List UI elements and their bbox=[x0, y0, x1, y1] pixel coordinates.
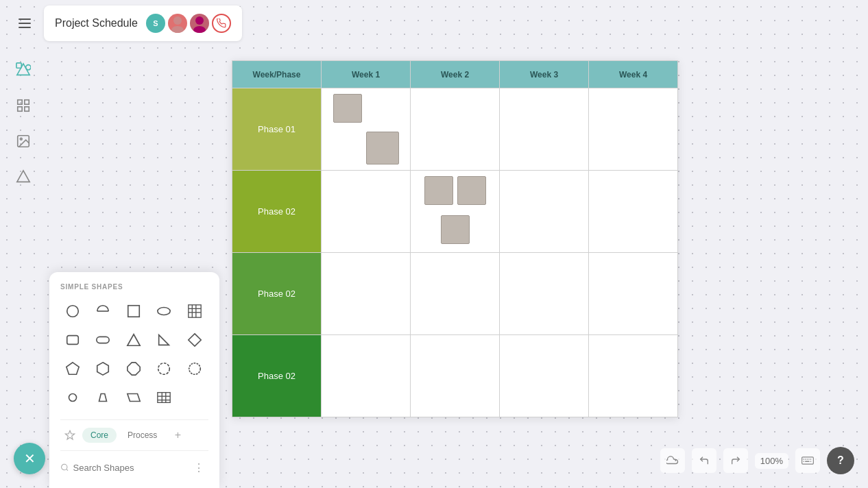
cell-02c-w1 bbox=[322, 335, 411, 417]
schedule-table: Week/Phase Week 1 Week 2 Week 3 Week 4 P… bbox=[232, 60, 678, 417]
shape-rect[interactable] bbox=[366, 132, 399, 164]
svg-marker-43 bbox=[65, 430, 74, 439]
shape-rect[interactable] bbox=[441, 215, 470, 244]
shape-pill[interactable] bbox=[91, 328, 115, 352]
svg-marker-27 bbox=[128, 334, 140, 346]
sidebar bbox=[0, 47, 47, 488]
shape-hexagon[interactable] bbox=[91, 356, 115, 381]
col-header-phase: Week/Phase bbox=[232, 61, 322, 88]
shape-ellipse[interactable] bbox=[152, 299, 176, 324]
svg-rect-13 bbox=[25, 107, 29, 111]
svg-point-33 bbox=[158, 363, 170, 375]
cell-02c-w2 bbox=[411, 335, 500, 417]
tab-process[interactable]: Process bbox=[119, 428, 165, 443]
shape-parallelogram[interactable] bbox=[121, 385, 146, 410]
cell-01-w2 bbox=[411, 88, 500, 171]
table-row: Phase 02 bbox=[232, 253, 678, 335]
shape-right-triangle[interactable] bbox=[152, 328, 176, 352]
shape-octagon[interactable] bbox=[121, 356, 146, 381]
shape-rounded-rect[interactable] bbox=[60, 328, 85, 352]
cell-02a-w2 bbox=[411, 171, 500, 253]
panel-section-title: SIMPLE SHAPES bbox=[60, 283, 208, 291]
phase-label-02c: Phase 02 bbox=[232, 335, 322, 417]
shape-pentagon[interactable] bbox=[60, 356, 85, 381]
sidebar-draw-icon[interactable] bbox=[8, 162, 38, 192]
cell-02c-w3 bbox=[500, 335, 589, 417]
svg-line-45 bbox=[67, 469, 68, 470]
table-row: Phase 02 bbox=[232, 171, 678, 253]
shape-rect[interactable] bbox=[424, 176, 453, 205]
svg-marker-36 bbox=[99, 394, 107, 402]
cell-02b-w2 bbox=[411, 253, 500, 335]
svg-rect-38 bbox=[158, 393, 170, 403]
svg-point-3 bbox=[173, 16, 182, 25]
svg-point-5 bbox=[195, 16, 204, 25]
svg-rect-20 bbox=[188, 305, 200, 317]
shape-triangle[interactable] bbox=[121, 328, 146, 352]
avatars-group: S bbox=[146, 14, 231, 33]
svg-marker-29 bbox=[188, 334, 200, 346]
table-row: Phase 01 bbox=[232, 88, 678, 171]
shape-diamond[interactable] bbox=[182, 328, 207, 352]
shape-dodecagon[interactable] bbox=[152, 356, 176, 381]
svg-marker-16 bbox=[17, 171, 29, 182]
cell-02b-w1 bbox=[322, 253, 411, 335]
phase-label-02a: Phase 02 bbox=[232, 171, 322, 253]
shape-table2[interactable] bbox=[152, 385, 176, 410]
svg-point-6 bbox=[193, 26, 206, 33]
help-button[interactable]: ? bbox=[827, 447, 854, 474]
shape-table-grid[interactable] bbox=[182, 299, 207, 324]
shape-trapezoid[interactable] bbox=[91, 385, 115, 410]
shape-thin-circle[interactable] bbox=[182, 356, 207, 381]
svg-rect-12 bbox=[18, 107, 22, 111]
svg-marker-28 bbox=[159, 335, 169, 345]
phone-icon[interactable] bbox=[212, 14, 231, 33]
col-header-week2: Week 2 bbox=[411, 61, 500, 88]
phase-label-01: Phase 01 bbox=[232, 88, 322, 171]
shape-circle2[interactable] bbox=[60, 385, 85, 410]
search-icon bbox=[60, 463, 69, 472]
shapes-panel: SIMPLE SHAPES bbox=[49, 272, 219, 488]
cloud-button[interactable] bbox=[660, 448, 685, 473]
svg-point-17 bbox=[67, 306, 79, 317]
table-row: Phase 02 bbox=[232, 335, 678, 417]
shape-square[interactable] bbox=[121, 299, 146, 324]
sidebar-shapes-icon[interactable] bbox=[8, 55, 38, 85]
tab-core[interactable]: Core bbox=[82, 428, 117, 443]
svg-rect-11 bbox=[25, 100, 29, 104]
svg-marker-31 bbox=[97, 363, 109, 375]
shape-circle[interactable] bbox=[60, 299, 85, 324]
svg-point-19 bbox=[158, 308, 170, 315]
cell-01-w1 bbox=[322, 88, 411, 171]
svg-marker-30 bbox=[67, 363, 79, 374]
sidebar-image-icon[interactable] bbox=[8, 126, 38, 156]
avatar-b bbox=[168, 14, 187, 33]
sidebar-grid-icon[interactable] bbox=[8, 90, 38, 121]
cell-02a-w1 bbox=[322, 171, 411, 253]
project-title: Project Schedule bbox=[55, 17, 138, 29]
svg-rect-10 bbox=[18, 100, 22, 104]
menu-button[interactable] bbox=[11, 10, 38, 37]
cell-01-w4 bbox=[589, 88, 678, 171]
cell-02a-w4 bbox=[589, 171, 678, 253]
svg-rect-25 bbox=[67, 336, 79, 345]
shape-arc[interactable] bbox=[91, 299, 115, 324]
tab-add-button[interactable]: + bbox=[169, 427, 186, 443]
cell-02a-w3 bbox=[500, 171, 589, 253]
redo-button[interactable] bbox=[723, 448, 748, 473]
search-input[interactable] bbox=[73, 463, 184, 473]
panel-tabs: Core Process + bbox=[60, 419, 208, 451]
cell-02c-w4 bbox=[589, 335, 678, 417]
tab-star-icon[interactable] bbox=[60, 426, 80, 445]
shape-rect[interactable] bbox=[457, 176, 486, 205]
shape-rect[interactable] bbox=[333, 94, 362, 123]
undo-button[interactable] bbox=[692, 448, 716, 473]
svg-point-34 bbox=[189, 363, 200, 375]
keyboard-button[interactable] bbox=[795, 448, 820, 473]
cell-01-w3 bbox=[500, 88, 589, 171]
svg-marker-32 bbox=[128, 363, 140, 375]
fab-close-button[interactable]: ✕ bbox=[14, 443, 45, 474]
avatar-s: S bbox=[146, 14, 165, 33]
col-header-week4: Week 4 bbox=[589, 61, 678, 88]
more-options-button[interactable]: ⋮ bbox=[189, 458, 208, 477]
